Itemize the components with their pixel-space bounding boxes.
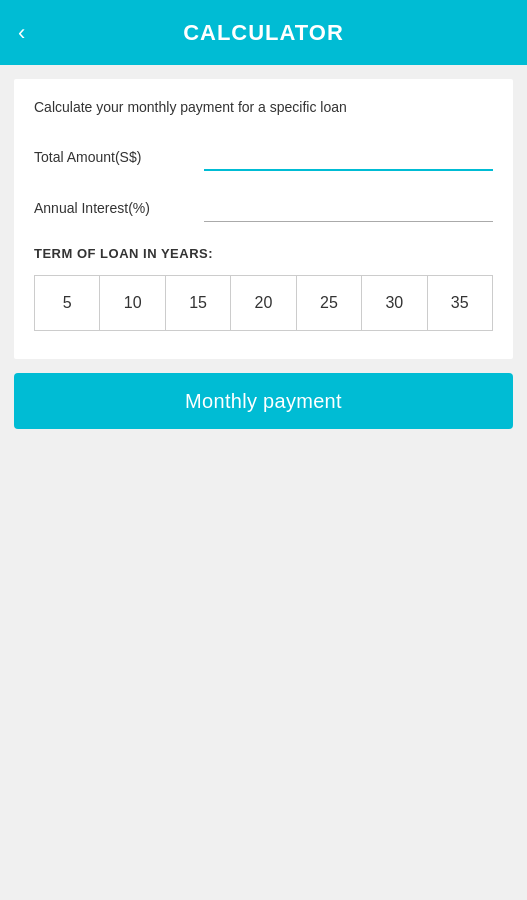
app-header: ‹ CALCULATOR bbox=[0, 0, 527, 65]
card-subtitle: Calculate your monthly payment for a spe… bbox=[34, 99, 493, 115]
annual-interest-label: Annual Interest(%) bbox=[34, 200, 204, 222]
term-btn-35[interactable]: 35 bbox=[428, 276, 492, 330]
term-btn-5[interactable]: 5 bbox=[35, 276, 100, 330]
annual-interest-row: Annual Interest(%) bbox=[34, 195, 493, 222]
total-amount-row: Total Amount(S$) bbox=[34, 143, 493, 171]
content-area: Calculate your monthly payment for a spe… bbox=[0, 65, 527, 900]
term-btn-20[interactable]: 20 bbox=[231, 276, 296, 330]
term-section: TERM OF LOAN IN YEARS: 5101520253035 bbox=[34, 246, 493, 331]
annual-interest-input[interactable] bbox=[204, 195, 493, 222]
total-amount-input[interactable] bbox=[204, 143, 493, 171]
monthly-payment-button[interactable]: Monthly payment bbox=[14, 373, 513, 429]
page-title: CALCULATOR bbox=[183, 20, 344, 46]
term-buttons-group: 5101520253035 bbox=[34, 275, 493, 331]
total-amount-label: Total Amount(S$) bbox=[34, 149, 204, 171]
term-label: TERM OF LOAN IN YEARS: bbox=[34, 246, 493, 261]
term-btn-15[interactable]: 15 bbox=[166, 276, 231, 330]
calculator-card: Calculate your monthly payment for a spe… bbox=[14, 79, 513, 359]
term-btn-30[interactable]: 30 bbox=[362, 276, 427, 330]
back-button[interactable]: ‹ bbox=[18, 20, 25, 46]
term-btn-25[interactable]: 25 bbox=[297, 276, 362, 330]
term-btn-10[interactable]: 10 bbox=[100, 276, 165, 330]
